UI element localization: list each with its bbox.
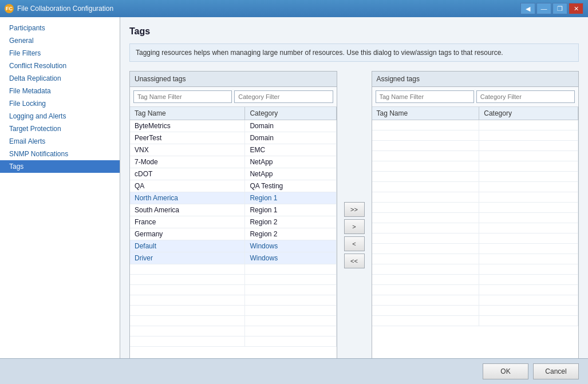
move-all-left-button[interactable]: <<	[344, 254, 365, 268]
table-row[interactable]: North AmericaRegion 1	[130, 192, 336, 204]
sidebar-item-logging-alerts[interactable]: Logging and Alerts	[0, 110, 120, 122]
empty-row	[372, 223, 578, 233]
empty-row	[372, 213, 578, 223]
empty-row	[372, 233, 578, 244]
content-area: Tags Tagging resources helps when managi…	[120, 17, 588, 358]
bottom-bar: OK Cancel	[0, 358, 588, 384]
title-bar: FC File Collaboration Configuration ◀ — …	[0, 0, 588, 17]
title-buttons: ◀ — ❐ ✕	[520, 3, 583, 14]
empty-row	[372, 203, 578, 213]
empty-row	[130, 295, 336, 306]
unassigned-panel-header: Unassigned tags	[130, 72, 337, 87]
unassigned-tag-name-filter[interactable]	[133, 90, 232, 103]
table-row[interactable]: 7-ModeNetApp	[130, 156, 336, 168]
empty-row	[130, 264, 336, 275]
sidebar-item-email-alerts[interactable]: Email Alerts	[0, 135, 120, 148]
panels-container: Unassigned tags Tag Name Category	[129, 71, 579, 358]
assigned-panel-body: Tag Name Category	[372, 107, 579, 358]
app-icon: FC	[5, 4, 14, 13]
table-row[interactable]: cDOTNetApp	[130, 168, 336, 180]
empty-row	[372, 295, 578, 306]
sidebar-item-snmp-notifications[interactable]: SNMP Notifications	[0, 148, 120, 160]
unassigned-filter-row	[130, 87, 337, 107]
table-row[interactable]: ByteMetricsDomain	[130, 120, 336, 132]
empty-row	[130, 285, 336, 295]
assigned-filter-row	[372, 87, 579, 107]
empty-row	[372, 275, 578, 285]
table-row[interactable]: GermanyRegion 2	[130, 228, 336, 240]
sidebar-item-file-metadata[interactable]: File Metadata	[0, 85, 120, 97]
empty-row	[372, 182, 578, 192]
sidebar-item-general[interactable]: General	[0, 34, 120, 47]
assigned-table: Tag Name Category	[372, 107, 579, 326]
sidebar-item-file-locking[interactable]: File Locking	[0, 97, 120, 110]
table-row[interactable]: VNXEMC	[130, 144, 336, 156]
restore-button[interactable]: ❐	[553, 3, 567, 14]
page-title: Tags	[129, 26, 579, 37]
assigned-panel: Assigned tags Tag Name Category	[372, 71, 579, 358]
window-title: File Collaboration Configuration	[17, 5, 113, 13]
table-row[interactable]: PeerTestDomain	[130, 132, 336, 144]
back-button[interactable]: ◀	[520, 3, 535, 14]
unassigned-col-category: Category	[245, 107, 336, 120]
minimize-button[interactable]: —	[536, 3, 551, 14]
empty-row	[372, 120, 578, 130]
empty-row	[130, 275, 336, 285]
assigned-panel-header: Assigned tags	[372, 72, 579, 87]
unassigned-category-filter[interactable]	[234, 90, 333, 103]
empty-row	[372, 151, 578, 161]
cancel-button[interactable]: Cancel	[533, 363, 579, 379]
move-right-button[interactable]: >	[344, 219, 365, 234]
ok-button[interactable]: OK	[483, 363, 528, 379]
close-button[interactable]: ✕	[569, 3, 583, 14]
empty-row	[372, 244, 578, 254]
empty-row	[372, 141, 578, 151]
sidebar-item-file-filters[interactable]: File Filters	[0, 47, 120, 60]
table-row[interactable]: DefaultWindows	[130, 240, 336, 252]
transfer-buttons: >> > < <<	[342, 197, 367, 273]
sidebar: ParticipantsGeneralFile FiltersConflict …	[0, 17, 120, 358]
empty-row	[372, 285, 578, 295]
empty-row	[372, 264, 578, 275]
title-bar-left: FC File Collaboration Configuration	[5, 4, 113, 13]
move-all-right-button[interactable]: >>	[344, 202, 365, 217]
empty-row	[372, 172, 578, 182]
description-text: Tagging resources helps when managing la…	[129, 43, 579, 62]
assigned-category-filter[interactable]	[476, 90, 575, 103]
empty-row	[130, 337, 336, 347]
empty-row	[372, 306, 578, 316]
sidebar-item-conflict-resolution[interactable]: Conflict Resolution	[0, 60, 120, 72]
move-left-button[interactable]: <	[344, 236, 365, 251]
unassigned-table: Tag Name Category ByteMetricsDomainPeerT…	[130, 107, 337, 347]
empty-row	[130, 326, 336, 337]
main-container: ParticipantsGeneralFile FiltersConflict …	[0, 17, 588, 358]
assigned-tag-name-filter[interactable]	[376, 90, 474, 103]
table-row[interactable]: South AmericaRegion 1	[130, 204, 336, 216]
table-row[interactable]: FranceRegion 2	[130, 216, 336, 228]
empty-row	[372, 316, 578, 326]
empty-row	[372, 192, 578, 203]
empty-row	[130, 306, 336, 316]
empty-row	[130, 316, 336, 326]
empty-row	[372, 254, 578, 264]
table-row[interactable]: QAQA Testing	[130, 180, 336, 192]
sidebar-item-delta-replication[interactable]: Delta Replication	[0, 72, 120, 85]
table-row[interactable]: DriverWindows	[130, 252, 336, 264]
unassigned-col-tagname: Tag Name	[130, 107, 245, 120]
empty-row	[372, 130, 578, 141]
sidebar-item-participants[interactable]: Participants	[0, 22, 120, 34]
sidebar-item-tags[interactable]: Tags	[0, 160, 120, 173]
assigned-col-tagname: Tag Name	[372, 107, 479, 120]
sidebar-item-target-protection[interactable]: Target Protection	[0, 122, 120, 135]
assigned-col-category: Category	[479, 107, 578, 120]
unassigned-panel-body: Tag Name Category ByteMetricsDomainPeerT…	[130, 107, 337, 358]
empty-row	[372, 161, 578, 172]
unassigned-panel: Unassigned tags Tag Name Category	[129, 71, 337, 358]
